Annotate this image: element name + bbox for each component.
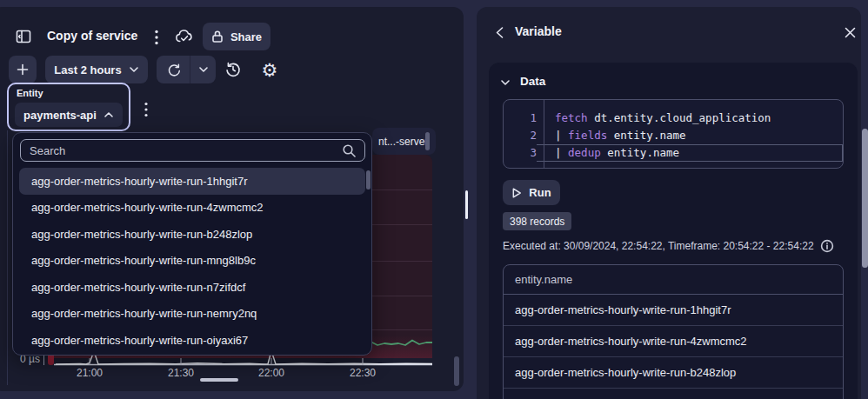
refresh-button[interactable] <box>157 56 190 83</box>
code-text: | dedup entity.name <box>537 144 843 162</box>
x-axis-tick-label: 21:00 <box>77 367 103 379</box>
code-lines: 1fetch dt.entity.cloud_application2| fie… <box>504 110 843 162</box>
refresh-options-button[interactable] <box>190 56 216 83</box>
back-button[interactable] <box>491 23 510 42</box>
code-line[interactable]: 3| dedup entity.name <box>504 144 843 162</box>
dropdown-option[interactable]: agg-order-metrics-hourly-write-run-1hhgi… <box>19 168 365 195</box>
run-query-button[interactable]: Run <box>503 180 560 205</box>
table-column-header[interactable]: entity.name <box>504 265 843 295</box>
dropdown-option[interactable]: agg-order-metrics-hourly-write-run-4zwmc… <box>19 195 365 222</box>
dropdown-scrollbar[interactable] <box>366 170 371 190</box>
history-clock-icon <box>224 61 242 78</box>
x-axis-tick-label: 21:30 <box>168 367 194 379</box>
dropdown-option[interactable]: agg-order-metrics-hourly-write-run-mng8l… <box>19 248 365 275</box>
chevron-down-icon <box>129 66 139 73</box>
close-panel-button[interactable] <box>840 23 859 42</box>
gutter-divider <box>544 100 544 168</box>
refresh-split-button <box>157 56 216 83</box>
dropdown-option[interactable]: agg-order-metrics-hourly-write-run-oiyax… <box>19 327 365 354</box>
chevron-left-icon <box>494 26 506 39</box>
gear-icon: ⚙ <box>262 61 278 79</box>
history-reset-button[interactable] <box>221 57 245 82</box>
line-number: 3 <box>504 144 537 162</box>
executed-text: Executed at: 30/09/2024, 22:54:22, Timef… <box>503 240 814 252</box>
play-icon <box>511 187 522 199</box>
code-text: fetch dt.entity.cloud_application <box>537 110 843 127</box>
table-row[interactable]: agg-order-metrics-hourly-write-run-4zwmc… <box>504 326 843 357</box>
legend-tab-label: nt...-server <box>378 136 428 148</box>
sidebar-toggle-icon <box>16 29 31 44</box>
lock-icon <box>211 30 224 43</box>
share-button-label: Share <box>230 30 262 43</box>
tile-resize-handle[interactable] <box>200 378 238 382</box>
info-icon[interactable] <box>820 239 834 253</box>
code-line[interactable]: 1fetch dt.entity.cloud_application <box>504 110 843 127</box>
dropdown-list: agg-order-metrics-hourly-write-run-1hhgi… <box>13 168 371 354</box>
table-body: agg-order-metrics-hourly-write-run-1hhgi… <box>504 295 843 399</box>
chevron-down-icon <box>500 79 511 86</box>
window-scrollbar[interactable] <box>862 129 868 268</box>
dropdown-search <box>20 139 365 162</box>
records-count-badge: 398 records <box>503 212 571 230</box>
plus-icon <box>16 63 30 76</box>
search-input[interactable] <box>21 144 342 157</box>
chevron-up-icon <box>103 111 114 118</box>
sidebar-toggle-button[interactable] <box>12 25 35 48</box>
dropdown-option[interactable]: agg-order-metrics-hourly-write-run-nemry… <box>19 301 365 328</box>
line-number: 1 <box>504 110 537 127</box>
variable-side-panel: Variable Data 1fetch dt.entity.cloud_app… <box>477 7 861 399</box>
x-axis-tick-mark <box>271 358 272 365</box>
x-axis-tick-label: 22:00 <box>258 367 284 379</box>
notebook-panel: Copy of service Share Last 2 hours <box>0 7 464 391</box>
cloud-sync-icon <box>174 29 195 44</box>
table-row[interactable]: agg-order-metrics-hourly-write-run-1hhgi… <box>504 295 843 326</box>
table-row[interactable]: agg-order-metrics-hourly-write-run-b248z… <box>504 357 843 389</box>
run-button-label: Run <box>529 186 551 199</box>
x-axis-tick-label: 22:30 <box>350 367 376 379</box>
page-title: Copy of service <box>47 29 137 43</box>
panel-title: Variable <box>515 24 562 38</box>
code-line[interactable]: 2| fields entity.name <box>504 127 843 144</box>
x-axis-tick-mark <box>363 358 364 365</box>
chevron-down-icon <box>198 66 209 73</box>
share-button[interactable]: Share <box>203 23 270 50</box>
left-panel-scrollbar[interactable] <box>454 356 459 386</box>
query-result-table: entity.name agg-order-metrics-hourly-wri… <box>503 264 844 399</box>
legend-scrollbar-thumb[interactable] <box>425 132 430 150</box>
variable-entity-widget: Entity payments-api <box>7 83 130 131</box>
refresh-icon <box>166 63 181 77</box>
dropdown-option[interactable]: agg-order-metrics-hourly-write-run-n7zif… <box>19 274 365 301</box>
panel-content: Data 1fetch dt.entity.cloud_application2… <box>489 63 858 399</box>
data-section-toggle[interactable] <box>499 76 511 89</box>
line-number: 2 <box>504 127 537 144</box>
variable-options-button[interactable] <box>139 98 153 121</box>
add-section-button[interactable] <box>9 56 37 83</box>
chart-tile-border <box>7 130 8 385</box>
data-section-label: Data <box>520 75 545 88</box>
kebab-menu-icon <box>144 102 148 117</box>
close-icon <box>844 26 857 39</box>
variable-label: Entity <box>17 88 43 98</box>
entity-value-dropdown[interactable]: payments-api <box>15 103 123 127</box>
dql-code-editor[interactable]: 1fetch dt.entity.cloud_application2| fie… <box>503 99 844 169</box>
x-axis-tick-mark <box>90 358 90 365</box>
table-row-clipped <box>504 389 843 399</box>
x-axis-tick-mark <box>181 358 182 365</box>
dropdown-option[interactable]: agg-order-metrics-hourly-write-run-b248z… <box>19 221 365 248</box>
more-options-button[interactable] <box>150 26 164 49</box>
search-icon <box>342 143 357 158</box>
kebab-menu-icon <box>155 30 158 45</box>
entity-dropdown-panel: agg-order-metrics-hourly-write-run-1hhgi… <box>12 132 372 356</box>
code-text: | fields entity.name <box>537 127 843 144</box>
execution-info: Executed at: 30/09/2024, 22:54:22, Timef… <box>503 239 834 253</box>
entity-selected-value: payments-api <box>23 109 97 122</box>
panel-resize-handle[interactable] <box>465 190 468 219</box>
timeframe-selector[interactable]: Last 2 hours <box>45 56 148 83</box>
settings-button[interactable]: ⚙ <box>257 57 282 82</box>
timeframe-label: Last 2 hours <box>54 63 121 76</box>
